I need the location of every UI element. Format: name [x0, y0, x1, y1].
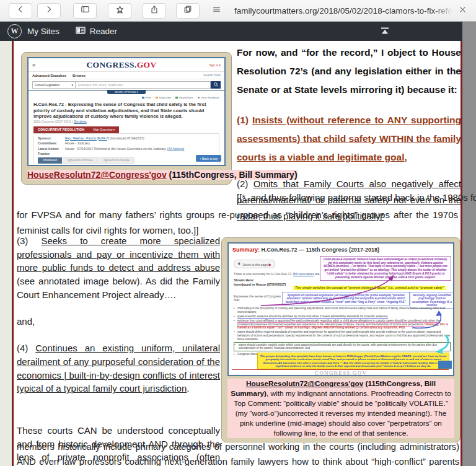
- listen-button: Listen to this page ▶: [234, 260, 275, 268]
- committees-row: Committees:House - Judiciary: [38, 141, 215, 145]
- summary-bullet: quasi-scientific evidence should be admi…: [234, 315, 451, 319]
- congress-header: ≡ CONGRESS.GOV Sign In ▾: [29, 58, 224, 71]
- bullet-text: states should consider models under whic…: [239, 343, 437, 350]
- point-1-tail: ,: [404, 152, 407, 162]
- listen-label: Listen to this page: [242, 263, 268, 266]
- sidebar-button[interactable]: [73, 3, 97, 19]
- reader-view-button[interactable]: [208, 4, 224, 18]
- wordpress-logo-icon[interactable]: W: [7, 24, 22, 38]
- congress-logo-gov: GOV: [137, 60, 157, 69]
- reader-menu[interactable]: Reader: [76, 26, 117, 37]
- shown-here-block: Shown Here:Introduced in House (07/24/20…: [234, 278, 286, 287]
- bill-title: H.Con.Res.72 - Expressing the sense of C…: [29, 99, 224, 120]
- introduced-label: Introduced in House (07/24/2017): [234, 283, 286, 287]
- congress-bill-image[interactable]: ≡ CONGRESS.GOV Sign In ▾ Advanced Search…: [21, 52, 232, 185]
- summary-bullet: evidence from court-affiliated or appoin…: [234, 319, 451, 330]
- hide-overview-toggle: Hide Overview ▾: [93, 128, 115, 131]
- point-4-tail: .: [187, 383, 189, 393]
- magnifier-icon: [213, 82, 219, 88]
- shown-here-label: Shown Here:: [234, 278, 286, 283]
- action-subscribe: Subscribe: [159, 96, 172, 99]
- blue-annotation-left: Symptom of continued arguments (ad nause…: [282, 292, 410, 306]
- star-icon: [115, 5, 125, 16]
- collapse-toolbar-button[interactable]: [379, 26, 390, 38]
- congress-nav: Advanced Searches Browse Search Tools: [29, 71, 224, 79]
- share-button[interactable]: [143, 3, 166, 19]
- congress-logo: CONGRESS.GOV: [43, 60, 200, 70]
- scope-select-value: Current Legislation: [35, 84, 60, 87]
- url-field[interactable]: familycourtmatters.org/2018/05/02/2018-c…: [234, 6, 455, 15]
- tracker-step-senate: Agreed to in Senate: [99, 157, 134, 164]
- point-3-number: (3): [17, 235, 41, 246]
- bookmarks-button[interactable]: [108, 3, 131, 19]
- bill-subtitle: 115th Congress (2017-2018) | Get alerts: [29, 120, 224, 126]
- summary-bullet-green-boxed: states should consider models under whic…: [234, 342, 451, 351]
- forward-button[interactable]: [37, 3, 61, 19]
- action-share-save: Share/Save: [179, 96, 193, 99]
- image2-caption: HouseResolutn72@Congress'gov (115thCongr…: [227, 379, 454, 438]
- point-1-number: (1): [237, 115, 252, 125]
- point-4-underlined: Continues an existing uniform, unilatera…: [17, 343, 220, 393]
- post-content: For now, and “for the record,” I object …: [14, 41, 461, 466]
- tabs-icon: [183, 5, 192, 16]
- my-sites-menu[interactable]: My Sites: [27, 27, 60, 36]
- sponsor-note: (Introduced 07/24/2017): [109, 136, 144, 140]
- back-icon: [16, 5, 25, 16]
- summary-bullet-list: child safety is the first priority of cu…: [234, 307, 451, 357]
- share-save-icon: [175, 97, 178, 99]
- congress-session: 115th Congress (2017-2018) |: [33, 120, 74, 123]
- sponsor-label: Sponsor:: [38, 136, 65, 140]
- summary-title: H.Con.Res.72 — 115th Congress (2017-2018…: [260, 247, 379, 253]
- point-2-number: (2): [237, 178, 253, 189]
- image2-caption-link[interactable]: HouseResolutn72@Congress'gov: [246, 379, 363, 388]
- committees-value: House - Judiciary: [65, 141, 90, 145]
- tracker-step-house: Agreed to in House: [63, 157, 98, 164]
- expresses-line: Expresses the sense of Congress that:: [234, 294, 283, 302]
- tracker-label: Tracker:: [38, 152, 65, 156]
- intro-paragraph: For now, and “for the record,” I object …: [237, 43, 461, 99]
- nav-browse: Browse: [73, 74, 86, 77]
- tabs-button[interactable]: [176, 3, 200, 19]
- sponsor-link: Rep. Meehan, Patrick [R-PA-7]: [65, 136, 109, 140]
- and-connector: and,: [17, 315, 220, 328]
- objection-point-3: (3) Seeks to create more specialized pro…: [17, 234, 220, 302]
- image1-caption-link[interactable]: HouseResolutn72@Congress'gov: [27, 170, 167, 180]
- congress-search-bar: Current Legislation▾: [29, 79, 224, 90]
- summary-heading: Summary: H.Con.Res.72 — 115th Congress (…: [232, 247, 379, 253]
- congress-bill-screenshot: ≡ CONGRESS.GOV Sign In ▾ Advanced Search…: [27, 57, 226, 166]
- wordpress-admin-bar: W My Sites Reader: [0, 22, 462, 41]
- image1-caption-rest: (115thCongress, Bill Summary): [167, 170, 298, 180]
- forward-icon: [45, 5, 53, 16]
- bullet-text: states should define required standards …: [237, 330, 450, 340]
- wordpress-logo-letter: W: [11, 27, 19, 36]
- point-4-number: (4): [17, 343, 35, 353]
- sign-in-link: Sign In ▾: [200, 64, 221, 67]
- back-button[interactable]: [9, 3, 32, 19]
- close-button[interactable]: [455, 4, 470, 18]
- congress-search-button: [211, 81, 221, 89]
- sidebar-icon: [81, 5, 90, 16]
- summary-label: Summary:: [232, 247, 260, 253]
- get-alerts-link: Get alerts: [74, 120, 87, 123]
- objection-point-1: (1) Insists (without reference to ANY su…: [237, 111, 461, 167]
- bullet-text: evidence from court-affiliated or appoin…: [237, 319, 440, 326]
- bill-tracker: Introduced Agreed to in House Agreed to …: [38, 157, 215, 164]
- image2-caption-rest: , with my indignant annotations. Proofre…: [234, 389, 451, 437]
- purple-annotation-box: Child abuse & Domestic Violence have bee…: [320, 256, 451, 281]
- summary-bullet: child safety is the first priority of cu…: [234, 307, 451, 314]
- collapse-icon: [379, 29, 390, 38]
- scope-select: Current Legislation▾: [32, 81, 76, 89]
- closing-paragraph: members historically include primary cat…: [17, 440, 459, 466]
- bill-overview-panel: Sponsor:Rep. Meehan, Patrick [R-PA-7] (I…: [33, 133, 219, 167]
- point-1-text: Insists (without reference to ANY suppor…: [237, 115, 461, 162]
- window-edge-strip: [462, 22, 476, 466]
- congress-watermark: CONGRESS.GOV: [229, 370, 453, 376]
- all-actions-link: (All Actions): [167, 147, 184, 151]
- close-icon: [459, 5, 467, 16]
- sponsor-row: Sponsor:Rep. Meehan, Patrick [R-PA-7] (I…: [38, 136, 215, 140]
- nav-advanced-searches: Advanced Searches: [32, 74, 66, 77]
- nav-search-tools: Search Tools: [203, 74, 221, 77]
- reader-label: Reader: [90, 27, 117, 36]
- annotated-summary-image[interactable]: Summary: H.Con.Res.72 — 115th Congress (…: [221, 237, 461, 442]
- point-3-underlined: Seeks to create more specialized profess…: [17, 235, 220, 273]
